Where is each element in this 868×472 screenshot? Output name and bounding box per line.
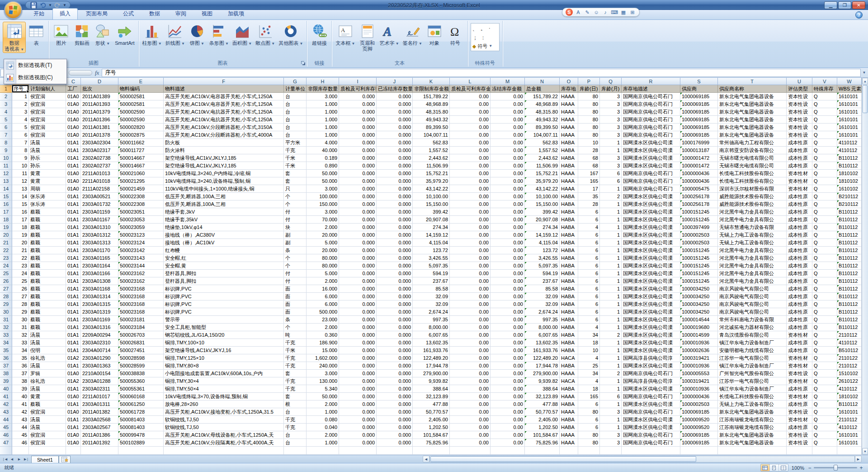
cell-H23[interactable]: 80.000	[307, 254, 339, 262]
cell-B45[interactable]: 汤晨	[29, 424, 66, 431]
cell-V1[interactable]: 特殊库存	[812, 85, 837, 93]
cell-A40[interactable]: 39	[12, 385, 29, 393]
cell-E29[interactable]: 500023168	[118, 300, 164, 308]
cell-O16[interactable]: HABA	[560, 200, 578, 208]
cell-F48[interactable]	[164, 447, 284, 455]
cell-I26[interactable]: 0.000	[339, 277, 377, 285]
cell-J34[interactable]: 0.000	[377, 339, 413, 347]
cell-S3[interactable]: 1000069185	[680, 100, 718, 108]
cell-K10[interactable]: 2,443.62	[413, 154, 450, 162]
cell-L29[interactable]: 0.00	[450, 300, 491, 308]
cell-B16[interactable]: 张乐涛	[29, 200, 66, 208]
cell-P2[interactable]: 80	[578, 93, 600, 100]
cell-M13[interactable]: 0.00	[491, 177, 525, 185]
cell-F37[interactable]: 铜排,TMY,80×8	[164, 362, 284, 370]
cell-B38[interactable]: 罗辑	[29, 370, 66, 377]
row-header-32[interactable]: 32	[0, 324, 12, 331]
cell-I46[interactable]: 0.000	[339, 431, 377, 439]
cell-J2[interactable]: 0.000	[377, 93, 413, 100]
cell-T17[interactable]: 河北黑牛电力金具有限公	[718, 208, 787, 216]
special-symbols-gallery[interactable]: 、。·；：◆符号▼	[471, 23, 500, 51]
cell-B41[interactable]: 黄震	[29, 393, 66, 400]
cell-L2[interactable]: 0.00	[450, 93, 491, 100]
cell-W16[interactable]: B210112	[837, 200, 862, 208]
cell-A33[interactable]: 32	[12, 331, 29, 339]
cell-K27[interactable]: 85.58	[413, 285, 450, 293]
cell-A43[interactable]: 42	[12, 408, 29, 416]
cell-K4[interactable]: 48,315.80	[413, 108, 450, 116]
cell-L42[interactable]: 0.00	[450, 400, 491, 408]
row-header-44[interactable]: 44	[0, 416, 12, 424]
cell-F39[interactable]: 铜排,TMY,30×4	[164, 377, 284, 385]
cell-M21[interactable]: 0.00	[491, 239, 525, 247]
cell-P18[interactable]: 6	[578, 216, 600, 224]
cell-R5[interactable]: 国网南京供电公司石门	[622, 116, 680, 124]
cell-T48[interactable]	[718, 447, 787, 455]
cell-M33[interactable]: 0.00	[491, 331, 525, 339]
cell-J5[interactable]: 0.000	[377, 116, 413, 124]
cell-G18[interactable]: 付	[284, 216, 307, 224]
cell-L46[interactable]: 0.00	[450, 431, 491, 439]
cell-J13[interactable]: 0.000	[377, 177, 413, 185]
cell-Q48[interactable]	[600, 447, 622, 455]
symbol-item[interactable]: ；	[472, 34, 478, 42]
cell-J4[interactable]: 0.000	[377, 108, 413, 116]
cell-G14[interactable]: 只	[284, 185, 307, 193]
cell-O15[interactable]: HABA	[560, 193, 578, 200]
zoom-in-button[interactable]: +	[859, 465, 863, 471]
cell-I41[interactable]: 0.000	[339, 393, 377, 400]
cell-I33[interactable]: 0.000	[339, 331, 377, 339]
cell-Q44[interactable]: 1	[600, 416, 622, 424]
cell-T1[interactable]: 供应商名称	[718, 85, 787, 93]
cell-J18[interactable]: 0.000	[377, 216, 413, 224]
cell-P11[interactable]: 68	[578, 162, 600, 170]
cell-B7[interactable]: 侯宜润	[29, 131, 66, 139]
cell-G38[interactable]: 套	[284, 370, 307, 377]
cell-T37[interactable]: 镇江华东电力设备制造厂	[718, 362, 787, 370]
cell-T34[interactable]: 镇江华东电力设备制造厂	[718, 339, 787, 347]
cell-J6[interactable]: 0.000	[377, 124, 413, 131]
cell-J38[interactable]: 0.000	[377, 370, 413, 377]
cell-A47[interactable]: 46	[12, 439, 29, 447]
cell-A27[interactable]: 26	[12, 285, 29, 293]
cell-S46[interactable]: 1000069185	[680, 431, 718, 439]
cell-S35[interactable]: 1000002636	[680, 347, 718, 354]
cell-U10[interactable]: 成本性原	[787, 154, 812, 162]
cell-H10[interactable]: 0.189	[307, 154, 339, 162]
cell-P41[interactable]: 165	[578, 393, 600, 400]
cell-V45[interactable]: Q	[812, 424, 837, 431]
cell-V42[interactable]: Q	[812, 400, 837, 408]
cell-V44[interactable]: Q	[812, 416, 837, 424]
cell-K46[interactable]: 101,584.67	[413, 431, 450, 439]
cell-L18[interactable]: 0.00	[450, 216, 491, 224]
cell-D23[interactable]: 2303A01165	[81, 254, 118, 262]
cell-G35[interactable]: 千米	[284, 347, 307, 354]
symbol-item[interactable]: ·	[489, 25, 491, 33]
cell-R44[interactable]: 国网溧水区供电公司溧	[622, 416, 680, 424]
cell-P45[interactable]: 6	[578, 424, 600, 431]
column-header-L[interactable]: L	[450, 78, 491, 85]
cell-U30[interactable]: 成本性原	[787, 308, 812, 316]
cell-W8[interactable]: 4110112	[837, 139, 862, 147]
cell-T12[interactable]: 长缆电工科技股份有限公	[718, 170, 787, 177]
cell-U35[interactable]: 成本性原	[787, 347, 812, 354]
cell-N10[interactable]: 2,443.62	[525, 154, 560, 162]
cell-P27[interactable]: 6	[578, 285, 600, 293]
cell-O12[interactable]: HAAA	[560, 170, 578, 177]
cell-W25[interactable]: B110112	[837, 270, 862, 277]
cell-I29[interactable]: 0.000	[339, 300, 377, 308]
cell-M32[interactable]: 0.00	[491, 324, 525, 331]
column-header-U[interactable]: U	[787, 78, 812, 85]
cell-B24[interactable]: 蔡颖	[29, 262, 66, 270]
cell-U47[interactable]: 资本性设	[787, 439, 812, 447]
cell-U8[interactable]: 成本性原	[787, 139, 812, 147]
cell-V3[interactable]: Q	[812, 100, 837, 108]
scroll-left-icon[interactable]: ◀	[423, 456, 429, 462]
cell-O17[interactable]: HABA	[560, 208, 578, 216]
cell-P47[interactable]: 80	[578, 439, 600, 447]
cell-S32[interactable]: 1000019680	[680, 324, 718, 331]
row-header-21[interactable]: 21	[0, 239, 12, 247]
cell-C48[interactable]	[66, 447, 81, 455]
cell-F12[interactable]: 10kV电缆终端,3×240,户内终端,冷缩,铜	[164, 170, 284, 177]
cell-L36[interactable]: 0.00	[450, 354, 491, 362]
